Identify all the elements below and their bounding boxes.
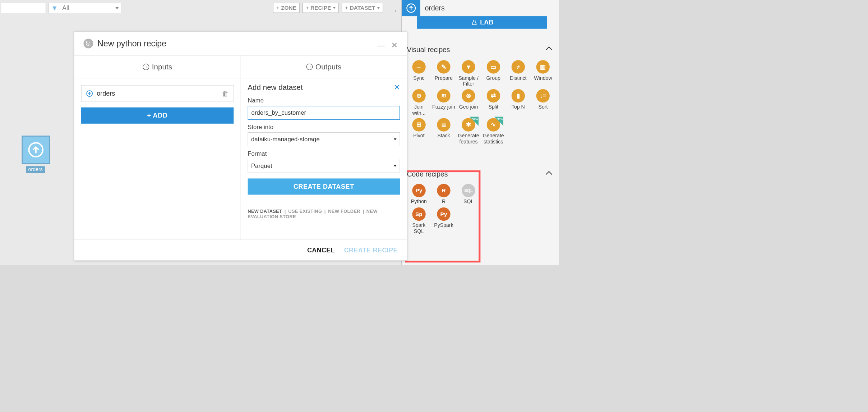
modal-header: New python recipe — ✕ bbox=[74, 32, 407, 55]
name-field-group: Name bbox=[241, 94, 407, 120]
recipe-distinct[interactable]: ≠Distinct bbox=[506, 60, 530, 87]
trash-icon[interactable]: 🗑 bbox=[222, 90, 228, 97]
recipe-label: Join with... bbox=[407, 104, 431, 116]
recipe-group[interactable]: ▭Group bbox=[481, 60, 505, 87]
recipe-icon: Py bbox=[412, 184, 425, 197]
recipe-icon: ≋ bbox=[437, 89, 450, 102]
recipe-icon: ≠ bbox=[512, 60, 525, 73]
recipe-label: Stack bbox=[437, 133, 450, 139]
recipe-icon: ▥ bbox=[536, 60, 550, 73]
store-field-group: Store into dataiku-managed-storage bbox=[241, 120, 407, 147]
outputs-column: → Outputs Add new dataset ✕ Name Store i… bbox=[241, 56, 407, 261]
recipe-icon: → bbox=[412, 60, 425, 73]
use-existing-link[interactable]: USE EXISTING bbox=[288, 209, 322, 214]
side-panel: orders LAB Visual recipes →Sync✎Prepare▼… bbox=[401, 0, 559, 265]
new-dataset-link[interactable]: NEW DATASET bbox=[248, 209, 282, 214]
upload-icon bbox=[86, 90, 93, 97]
visual-recipes-title[interactable]: Visual recipes bbox=[407, 46, 555, 54]
recipe-generate-features[interactable]: ✱Generate featuresNew bbox=[457, 118, 481, 145]
outputs-header: → Outputs bbox=[241, 56, 407, 78]
format-select[interactable]: Parquet bbox=[248, 159, 400, 173]
code-recipes-section: Code recipes PyPythonRRSQLSQLSpSpark SQL… bbox=[407, 170, 555, 234]
recipe-sort[interactable]: ↓≡Sort bbox=[531, 89, 555, 116]
add-dataset-header: Add new dataset ✕ bbox=[241, 78, 407, 94]
code-recipe-r[interactable]: RR bbox=[432, 184, 456, 205]
recipe-fuzzy-join[interactable]: ≋Fuzzy join bbox=[432, 89, 456, 116]
close-icon[interactable]: ✕ bbox=[394, 83, 400, 92]
recipe-icon: ⊕ bbox=[412, 89, 425, 102]
close-button[interactable]: ✕ bbox=[391, 41, 397, 50]
recipe-join-with-[interactable]: ⊕Join with... bbox=[407, 89, 431, 116]
modal-body: → Inputs orders 🗑 + ADD → Outputs Add ne… bbox=[74, 56, 407, 261]
lab-button[interactable]: LAB bbox=[417, 16, 547, 29]
recipe-icon: ✎ bbox=[437, 60, 450, 73]
recipe-icon: ⇄ bbox=[487, 89, 500, 102]
recipe-icon: Sp bbox=[412, 207, 425, 221]
chevron-down-icon bbox=[394, 165, 397, 167]
recipe-label: Geo join bbox=[459, 104, 478, 110]
modal-footer: CANCEL CREATE RECIPE bbox=[74, 239, 407, 260]
recipe-label: Pivot bbox=[413, 133, 425, 139]
recipe-label: Generate features bbox=[457, 133, 481, 145]
recipe-label: Split bbox=[488, 104, 498, 110]
add-dataset-title: Add new dataset bbox=[248, 83, 303, 92]
recipe-label: Sample / Filter bbox=[457, 75, 481, 87]
format-label: Format bbox=[248, 150, 400, 157]
recipe-icon: ⊞ bbox=[412, 118, 425, 131]
recipe-top-n[interactable]: ▮Top N bbox=[506, 89, 530, 116]
add-input-button[interactable]: + ADD bbox=[81, 107, 234, 124]
recipe-icon: SQL bbox=[462, 184, 475, 197]
python-icon bbox=[83, 39, 93, 49]
input-dataset-item[interactable]: orders 🗑 bbox=[81, 85, 234, 102]
recipe-icon: ▮ bbox=[512, 89, 525, 102]
input-dataset-name: orders bbox=[97, 90, 222, 97]
recipe-pivot[interactable]: ⊞Pivot bbox=[407, 118, 431, 145]
cancel-button[interactable]: CANCEL bbox=[307, 246, 335, 254]
minimize-button[interactable]: — bbox=[377, 41, 385, 50]
name-input[interactable] bbox=[248, 106, 400, 120]
recipe-label: Distinct bbox=[510, 75, 526, 81]
new-recipe-modal: New python recipe — ✕ → Inputs orders 🗑 … bbox=[74, 32, 407, 261]
name-label: Name bbox=[248, 97, 400, 104]
create-recipe-button[interactable]: CREATE RECIPE bbox=[344, 246, 398, 254]
code-recipe-python[interactable]: PyPython bbox=[407, 184, 431, 205]
dataset-name: orders bbox=[425, 4, 445, 12]
recipe-window[interactable]: ▥Window bbox=[531, 60, 555, 87]
code-recipe-spark-sql[interactable]: SpSpark SQL bbox=[407, 207, 431, 234]
side-header: orders bbox=[402, 0, 559, 16]
recipe-sync[interactable]: →Sync bbox=[407, 60, 431, 87]
chevron-up-icon bbox=[546, 171, 552, 178]
code-recipes-title[interactable]: Code recipes bbox=[407, 170, 555, 178]
recipe-label: Spark SQL bbox=[407, 222, 431, 234]
code-recipe-pyspark[interactable]: PyPySpark bbox=[432, 207, 456, 234]
input-arrow-icon: → bbox=[143, 64, 149, 70]
recipe-icon: ↓≡ bbox=[536, 89, 550, 102]
create-dataset-button[interactable]: CREATE DATASET bbox=[248, 178, 400, 194]
visual-recipes-section: Visual recipes →Sync✎Prepare▼Sample / Fi… bbox=[407, 46, 555, 145]
dataset-icon-box bbox=[402, 0, 420, 16]
recipe-split[interactable]: ⇄Split bbox=[481, 89, 505, 116]
recipe-geo-join[interactable]: ⊗Geo join bbox=[457, 89, 481, 116]
recipe-prepare[interactable]: ✎Prepare bbox=[432, 60, 456, 87]
recipe-stack[interactable]: ≣Stack bbox=[432, 118, 456, 145]
recipe-label: Python bbox=[411, 198, 427, 205]
recipe-label: PySpark bbox=[434, 222, 453, 228]
recipe-label: Fuzzy join bbox=[432, 104, 455, 110]
code-recipe-sql[interactable]: SQLSQL bbox=[457, 184, 481, 205]
recipe-sample-filter[interactable]: ▼Sample / Filter bbox=[457, 60, 481, 87]
recipe-label: R bbox=[442, 198, 445, 205]
recipe-label: Top N bbox=[512, 104, 525, 110]
recipe-icon: R bbox=[437, 184, 450, 197]
inputs-column: → Inputs orders 🗑 + ADD bbox=[74, 56, 241, 261]
recipe-label: Group bbox=[486, 75, 500, 81]
output-arrow-icon: → bbox=[306, 64, 313, 70]
store-select[interactable]: dataiku-managed-storage bbox=[248, 132, 400, 146]
creation-mode-links: NEW DATASET | USE EXISTING | NEW FOLDER … bbox=[241, 195, 407, 222]
upload-icon bbox=[406, 3, 416, 13]
modal-title: New python recipe bbox=[97, 39, 166, 49]
recipe-label: Sort bbox=[538, 104, 548, 110]
new-folder-link[interactable]: NEW FOLDER bbox=[328, 209, 360, 214]
recipe-icon: Py bbox=[437, 207, 450, 221]
recipe-label: Generate statistics bbox=[481, 133, 505, 145]
recipe-generate-statistics[interactable]: ∿Generate statisticsNew bbox=[481, 118, 505, 145]
